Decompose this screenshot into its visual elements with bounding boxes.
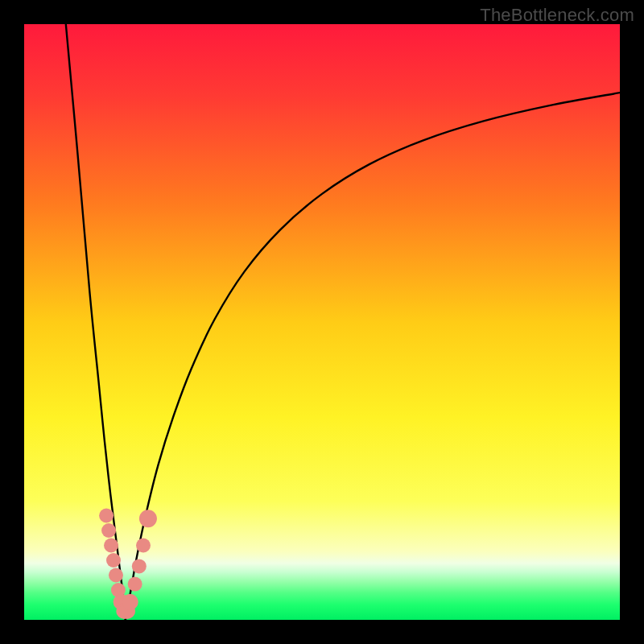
- data-point: [132, 559, 147, 573]
- watermark-text: TheBottleneck.com: [480, 5, 634, 26]
- data-point: [139, 510, 157, 527]
- data-point: [128, 577, 142, 592]
- data-point: [136, 539, 151, 553]
- plot-area: [24, 24, 620, 620]
- data-point: [106, 553, 121, 568]
- data-point: [99, 509, 114, 523]
- chart-frame: TheBottleneck.com: [0, 0, 644, 644]
- data-point: [104, 539, 118, 553]
- data-point-cluster: [24, 24, 620, 620]
- data-point: [109, 568, 123, 583]
- data-point: [101, 523, 116, 538]
- data-point: [122, 594, 138, 610]
